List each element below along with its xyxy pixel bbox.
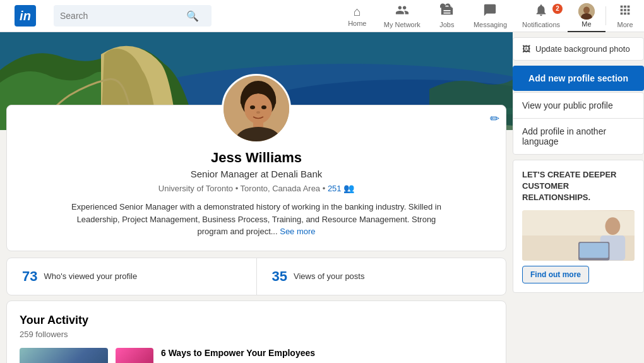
- add-language-link[interactable]: Add profile in another language: [513, 119, 643, 154]
- nav-label-network: My Network: [384, 21, 420, 28]
- edit-profile-icon[interactable]: ✏: [490, 112, 499, 126]
- activity-content: 6 Ways to Empower Your Employees: [20, 348, 493, 364]
- nav-item-me[interactable]: Me: [568, 0, 605, 32]
- svg-rect-18: [580, 242, 608, 258]
- svg-point-11: [261, 105, 266, 109]
- nav-item-messaging[interactable]: Messaging: [466, 0, 515, 32]
- activity-followers: 259 followers: [20, 330, 493, 339]
- update-background-button[interactable]: 🖼 Update background photo: [513, 37, 644, 61]
- see-more-link[interactable]: See more: [280, 227, 315, 236]
- profile-university: University of Toronto: [158, 184, 233, 193]
- nav-item-more[interactable]: More: [606, 0, 644, 32]
- activity-title: Your Activity: [20, 314, 493, 327]
- main-content: ✏ Jess Williams Senior Manager at Denali…: [0, 32, 644, 363]
- jobs-icon: [440, 3, 454, 20]
- right-panel: 🖼 Update background photo Add new profil…: [513, 32, 644, 363]
- svg-point-10: [250, 105, 255, 109]
- connections-icon: 👥: [343, 183, 354, 193]
- navbar-nav: ⌂ Home My Network Jobs: [338, 0, 644, 32]
- nav-label-home: Home: [348, 20, 366, 27]
- svg-point-12: [256, 111, 260, 114]
- profile-photo-wrap: [26, 74, 487, 143]
- image-icon: 🖼: [522, 44, 530, 54]
- nav-label-me: Me: [581, 20, 591, 28]
- add-profile-section-button[interactable]: Add new profile section: [513, 66, 644, 91]
- profile-meta: University of Toronto • Toronto, Canada …: [26, 183, 487, 193]
- profile-views-count: 73: [22, 268, 37, 285]
- nav-label-jobs: Jobs: [439, 21, 454, 28]
- svg-point-1: [583, 6, 590, 13]
- svg-point-15: [605, 217, 621, 235]
- post-views-count: 35: [272, 268, 287, 285]
- activity-text: 6 Ways to Empower Your Employees: [161, 348, 315, 364]
- logo[interactable]: in: [0, 0, 51, 32]
- profile-title: Senior Manager at Denali Bank: [26, 169, 487, 179]
- home-icon: ⌂: [354, 4, 361, 19]
- messaging-icon: [483, 3, 497, 20]
- nav-label-messaging: Messaging: [474, 21, 507, 28]
- meta-dot1: •: [236, 184, 241, 193]
- profile-card: ✏ Jess Williams Senior Manager at Denali…: [6, 105, 506, 251]
- nav-item-home[interactable]: ⌂ Home: [338, 0, 376, 32]
- profile-name: Jess Williams: [26, 150, 487, 166]
- activity-thumbnail-2[interactable]: [116, 348, 153, 364]
- ad-cta-button[interactable]: Find out more: [522, 266, 589, 283]
- nav-item-network[interactable]: My Network: [376, 0, 428, 32]
- network-icon: [395, 3, 409, 20]
- more-icon: [618, 3, 632, 20]
- ad-title: LET'S CREATE DEEPER CUSTOMER RELATIONSHI…: [522, 169, 635, 204]
- search-bar[interactable]: 🔍: [54, 5, 212, 27]
- activity-article-title[interactable]: 6 Ways to Empower Your Employees: [161, 348, 315, 358]
- notification-badge: 2: [552, 4, 563, 14]
- nav-label-more: More: [617, 21, 633, 28]
- profile-views-label: Who's viewed your profile: [44, 271, 137, 281]
- profile-bio: Experienced Senior Manager with a demons…: [61, 201, 452, 238]
- navbar: in 🔍 ⌂ Home My Network Jobs: [0, 0, 644, 32]
- search-icon: 🔍: [186, 10, 199, 22]
- post-views-stat[interactable]: 35 Views of your posts: [257, 258, 506, 295]
- search-input[interactable]: [60, 11, 186, 21]
- profile-connections[interactable]: 251: [328, 184, 342, 193]
- post-views-label: Views of your posts: [294, 271, 364, 281]
- meta-dot2: •: [323, 184, 328, 193]
- linkedin-icon: in: [15, 5, 36, 27]
- ad-card: LET'S CREATE DEEPER CUSTOMER RELATIONSHI…: [513, 160, 644, 293]
- activity-section: Your Activity 259 followers 6 Ways to Em…: [6, 301, 506, 364]
- profile-views-stat[interactable]: 73 Who's viewed your profile: [7, 258, 257, 295]
- svg-point-8: [244, 93, 272, 124]
- profile-location: Toronto, Canada Area: [241, 184, 320, 193]
- stats-bar: 73 Who's viewed your profile 35 Views of…: [6, 258, 506, 295]
- avatar: [578, 3, 595, 20]
- nav-item-notifications[interactable]: 2 Notifications: [515, 0, 568, 32]
- nav-label-notifications: Notifications: [522, 21, 560, 28]
- nav-item-jobs[interactable]: Jobs: [428, 0, 466, 32]
- view-public-profile-link[interactable]: View your public profile: [513, 93, 643, 119]
- ad-image: [522, 210, 635, 261]
- left-panel: ✏ Jess Williams Senior Manager at Denali…: [0, 32, 513, 363]
- right-panel-links: View your public profile Add profile in …: [513, 92, 644, 155]
- activity-thumbnail-1[interactable]: [20, 348, 108, 364]
- notifications-icon: [534, 3, 548, 20]
- profile-photo: [222, 74, 291, 143]
